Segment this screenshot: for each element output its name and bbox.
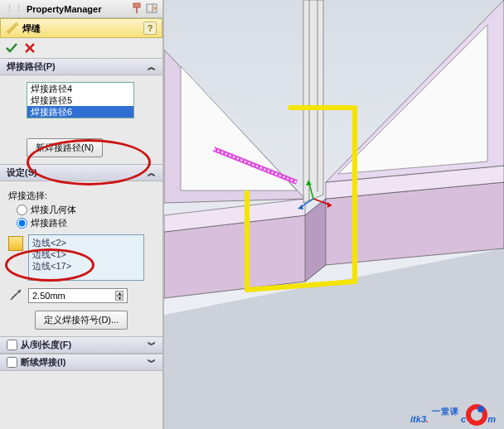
chevron-up-icon: ︽	[148, 61, 156, 73]
chevron-down-icon: ︾	[148, 340, 156, 351]
radio-weld-path[interactable]: 焊接路径	[17, 217, 154, 229]
watermark: itk3. 一堂课 cm	[410, 402, 496, 424]
list-item[interactable]: 边线<1>	[32, 248, 140, 260]
weld-path-section: 焊接路径(P) ︽ 焊接路径4 焊接路径5 焊接路径6 新焊接路径(N)	[0, 58, 162, 164]
weld-path-list[interactable]: 焊接路径4 焊接路径5 焊接路径6	[27, 82, 134, 118]
svg-marker-17	[303, 0, 323, 203]
from-to-checkbox[interactable]	[7, 340, 17, 350]
from-to-header[interactable]: 从/到长度(F) ︾	[0, 337, 162, 354]
svg-rect-0	[133, 3, 140, 7]
property-manager-panel: ⋮⋮ PropertyManager 焊缝 ? 焊接路径(P)	[0, 0, 164, 429]
split-right-icon[interactable]	[146, 2, 158, 16]
intermittent-header[interactable]: 断续焊接(I) ︾	[0, 354, 162, 371]
chevron-up-icon: ︽	[148, 167, 156, 179]
radio-input[interactable]	[17, 205, 27, 215]
drag-grip-icon[interactable]: ⋮⋮	[5, 3, 23, 14]
svg-marker-12	[305, 199, 326, 282]
radio-weld-geometry[interactable]: 焊接几何体	[17, 204, 154, 216]
list-item-selected[interactable]: 焊接路径6	[27, 106, 133, 118]
edge-selection-list[interactable]: 边线<2> 边线<1> 边线<17>	[28, 234, 144, 281]
weld-size-icon	[8, 287, 23, 304]
svg-marker-16	[338, 25, 487, 174]
feature-header: 焊缝 ?	[0, 18, 162, 38]
3d-viewport[interactable]: itk3. 一堂课 cm	[164, 0, 504, 429]
titlebar: ⋮⋮ PropertyManager	[0, 0, 162, 18]
ok-icon[interactable]	[5, 41, 18, 55]
list-item[interactable]: 焊接路径5	[27, 94, 133, 106]
confirm-bar	[0, 38, 162, 58]
cancel-icon[interactable]	[23, 41, 36, 55]
intermittent-checkbox[interactable]	[7, 357, 17, 368]
new-weld-path-button[interactable]: 新焊接路径(N)	[27, 138, 103, 157]
settings-section: 设定(S) ︽ 焊接选择: 焊接几何体 焊接路径 边线<2> 边线<1>	[0, 164, 162, 336]
define-weld-symbol-button[interactable]: 定义焊接符号(D)...	[35, 311, 128, 330]
spin-down-icon: ▾	[115, 296, 124, 301]
weld-path-header[interactable]: 焊接路径(P) ︽	[0, 59, 162, 75]
title-text: PropertyManager	[27, 4, 101, 14]
list-item[interactable]: 焊接路径4	[27, 83, 133, 94]
list-item[interactable]: 边线<2>	[32, 237, 140, 248]
settings-header[interactable]: 设定(S) ︽	[0, 165, 162, 181]
svg-marker-15	[181, 66, 297, 190]
pushpin-icon[interactable]	[131, 2, 143, 16]
radio-input[interactable]	[17, 218, 27, 229]
section-title: 设定(S)	[7, 166, 37, 179]
spinner[interactable]: ▴▾	[115, 291, 124, 301]
weld-size-input[interactable]: 2.50mm ▴▾	[28, 288, 128, 303]
section-title: 焊接路径(P)	[7, 60, 56, 73]
from-to-section: 从/到长度(F) ︾	[0, 336, 162, 354]
list-item[interactable]: 边线<17>	[32, 260, 140, 272]
face-selection-icon[interactable]	[8, 236, 23, 251]
help-icon[interactable]: ?	[143, 22, 157, 35]
feature-name: 焊缝	[22, 22, 41, 35]
weld-select-label: 焊接选择:	[8, 190, 154, 202]
chevron-down-icon: ︾	[148, 357, 156, 369]
section-title: 从/到长度(F)	[21, 339, 71, 351]
section-title: 断续焊接(I)	[21, 356, 65, 369]
weld-bead-icon	[6, 22, 19, 35]
intermittent-section: 断续焊接(I) ︾	[0, 354, 162, 371]
